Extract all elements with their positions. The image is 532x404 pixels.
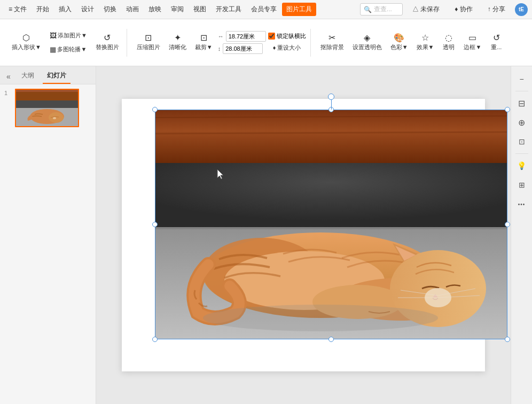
svg-point-24 <box>425 288 451 307</box>
menu-home[interactable]: 开始 <box>32 3 53 16</box>
transparent-btn[interactable]: ◌ 透明 <box>439 32 458 53</box>
clear-btn[interactable]: ✦ 清晰化 <box>166 32 190 53</box>
unsaved-btn[interactable]: △ 未保存 <box>407 3 445 15</box>
remove-bg-btn[interactable]: ✂ 抠除背景 <box>317 32 347 53</box>
height-input[interactable]: 28.08厘米 <box>223 43 263 54</box>
svg-point-25 <box>203 305 438 331</box>
effects-label: 效果▼ <box>417 43 434 51</box>
slide-number-1: 1 <box>4 89 12 96</box>
width-input[interactable]: 18.72厘米 <box>226 31 266 42</box>
crop-icon: ⊡ <box>200 34 207 42</box>
width-row: ↔ 18.72厘米 <box>218 31 266 42</box>
ribbon-group-adjust: ⊡ 压缩图片 ✦ 清晰化 ⊡ 裁剪▼ ↔ 18.72厘米 ↕ <box>129 29 311 57</box>
sidebar-more-btn[interactable]: ••• <box>513 196 530 213</box>
compress-btn[interactable]: ⊡ 压缩图片 <box>134 32 163 53</box>
ribbon-group-tools: ✂ 抠除背景 ◈ 设置透明色 🎨 色彩▼ ☆ 效果▼ ◌ 透明 ▭ 边框▼ <box>313 29 511 57</box>
handle-top-left[interactable] <box>152 107 158 112</box>
effects-btn[interactable]: ☆ 效果▼ <box>413 32 437 53</box>
menu-design[interactable]: 设计 <box>77 3 98 16</box>
menu-image-tools[interactable]: 图片工具 <box>282 3 316 16</box>
menu-view[interactable]: 视图 <box>189 3 210 16</box>
menu-file[interactable]: ≡ 文件 <box>4 3 31 16</box>
multi-image-btn[interactable]: ▦ 多图轮播▼ <box>46 43 90 56</box>
reset-size-btn[interactable]: ♦ 重设大小 <box>268 42 306 53</box>
ratio-reset-group: 锁定纵横比 ♦ 重设大小 <box>268 32 306 53</box>
share-btn[interactable]: ↑ 分享 <box>482 3 511 15</box>
ribbon: ⬡ 插入形状▼ 🖼 添加图片▼ ▦ 多图轮播▼ ↺ 替换图片 ⊡ <box>0 19 532 66</box>
image-container[interactable] <box>155 110 507 339</box>
svg-point-6 <box>53 117 56 119</box>
color-label: 色彩▼ <box>390 43 408 51</box>
panel-collapse-btn[interactable]: « <box>4 71 13 82</box>
lock-ratio-checkbox[interactable]: 锁定纵横比 <box>268 32 306 40</box>
ribbon-group-insert: ⬡ 插入形状▼ 🖼 添加图片▼ ▦ 多图轮播▼ ↺ 替换图片 <box>4 29 127 57</box>
handle-bottom-middle[interactable] <box>328 337 334 342</box>
color-btn[interactable]: 🎨 色彩▼ <box>387 32 411 53</box>
search-box[interactable]: 🔍 查查... <box>360 3 403 15</box>
clear-label: 清晰化 <box>169 43 186 51</box>
compress-icon: ⊡ <box>145 34 152 42</box>
ribbon-content: ⬡ 插入形状▼ 🖼 添加图片▼ ▦ 多图轮播▼ ↺ 替换图片 ⊡ <box>0 19 532 66</box>
crop-sidebar-icon: ⊡ <box>519 137 525 146</box>
reset-size-label: ♦ 重设大小 <box>273 44 301 52</box>
svg-rect-11 <box>155 163 507 227</box>
handle-middle-left[interactable] <box>152 222 158 227</box>
tab-slides[interactable]: 幻灯片 <box>43 68 71 84</box>
insert-shape-btn[interactable]: ⬡ 插入形状▼ <box>9 32 44 53</box>
collab-btn[interactable]: ♦ 协作 <box>449 3 478 15</box>
sidebar-crop-btn[interactable]: ⊡ <box>513 133 530 150</box>
replace-image-label: 替换图片 <box>96 43 119 51</box>
menu-vip[interactable]: 会员专享 <box>247 3 281 16</box>
left-panel: « 大纲 幻灯片 1 <box>0 66 96 404</box>
multi-image-label: 多图轮播▼ <box>57 45 87 53</box>
crop-btn[interactable]: ⊡ 裁剪▼ <box>192 32 216 53</box>
height-label-text: ↕ <box>218 45 221 52</box>
more-icon: ••• <box>518 201 526 207</box>
reset-label: 重... <box>491 43 502 51</box>
handle-top-right[interactable] <box>505 107 510 112</box>
handle-bottom-left[interactable] <box>152 337 158 342</box>
remove-bg-label: 抠除背景 <box>320 43 344 51</box>
menu-slideshow[interactable]: 放映 <box>144 3 166 16</box>
handle-bottom-right[interactable] <box>505 337 510 342</box>
set-transparent-label: 设置透明色 <box>353 43 382 51</box>
zoom-icon: ⊕ <box>518 118 525 128</box>
slide-preview-svg <box>16 90 78 126</box>
minus-icon: − <box>519 75 523 83</box>
color-icon: 🎨 <box>394 34 404 42</box>
sidebar-minus-btn[interactable]: − <box>513 71 530 88</box>
replace-image-btn[interactable]: ↺ 替换图片 <box>92 32 122 53</box>
set-transparent-btn[interactable]: ◈ 设置透明色 <box>349 32 385 53</box>
slide-item-1[interactable]: 1 <box>4 89 91 127</box>
remove-bg-icon: ✂ <box>328 34 335 42</box>
menu-animation[interactable]: 动画 <box>122 3 143 16</box>
handle-middle-right[interactable] <box>505 222 510 227</box>
slide-canvas[interactable] <box>122 99 485 371</box>
slide-thumb-1[interactable] <box>15 89 79 127</box>
sidebar-table-btn[interactable]: ⊞ <box>513 176 530 193</box>
sidebar-layers-btn[interactable]: ⊟ <box>513 95 530 112</box>
panel-tabs: « 大纲 幻灯片 <box>0 66 96 84</box>
rotate-handle[interactable] <box>328 94 334 100</box>
avatar[interactable]: tE <box>515 3 528 16</box>
compress-label: 压缩图片 <box>137 43 160 51</box>
border-label: 边框▼ <box>464 43 481 51</box>
menu-insert[interactable]: 插入 <box>54 3 76 16</box>
menu-devtools[interactable]: 开发工具 <box>212 3 246 16</box>
tab-outline[interactable]: 大纲 <box>17 68 38 84</box>
menu-transition[interactable]: 切换 <box>99 3 121 16</box>
sidebar-bulb-btn[interactable]: 💡 <box>513 157 530 174</box>
menu-review[interactable]: 审阅 <box>167 3 188 16</box>
reset-icon: ↺ <box>493 34 500 42</box>
table-icon: ⊞ <box>519 181 525 189</box>
height-row: ↕ 28.08厘米 <box>218 43 266 54</box>
sidebar-zoom-btn[interactable]: ⊕ <box>513 114 530 131</box>
border-btn[interactable]: ▭ 边框▼ <box>460 32 484 53</box>
sidebar-divider-1 <box>515 91 528 91</box>
add-image-btn[interactable]: 🖼 添加图片▼ <box>46 29 90 42</box>
width-label-text: ↔ <box>218 33 224 40</box>
add-image-label: 添加图片▼ <box>58 32 87 40</box>
set-transparent-icon: ◈ <box>364 34 370 42</box>
reset-btn[interactable]: ↺ 重... <box>487 32 506 53</box>
lock-ratio-input[interactable] <box>268 33 275 40</box>
